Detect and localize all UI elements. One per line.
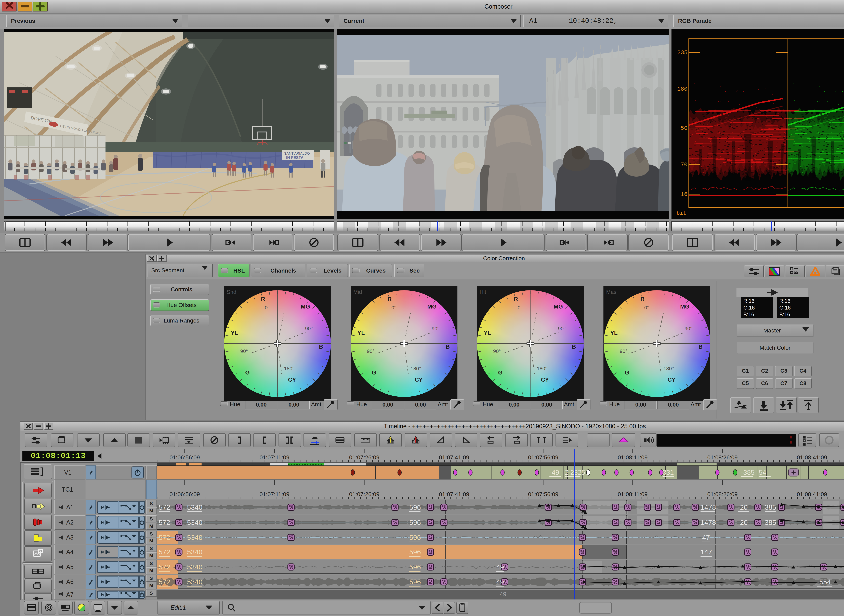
svg-text:0°: 0° [518, 305, 523, 310]
svg-text:G: G [625, 369, 629, 375]
svg-text:MG: MG [554, 303, 563, 310]
svg-text:90°: 90° [240, 348, 248, 354]
svg-text:90°: 90° [493, 348, 501, 354]
svg-text:572: 572 [159, 534, 170, 541]
svg-text:180°: 180° [411, 366, 421, 371]
svg-text:01:08:26:09: 01:08:26:09 [707, 491, 738, 497]
svg-text:572: 572 [159, 563, 170, 571]
svg-text:G: G [498, 369, 502, 375]
svg-text:-20: -20 [738, 503, 748, 511]
svg-text:01:06:56:09: 01:06:56:09 [169, 491, 200, 497]
svg-text:-385: -385 [741, 469, 754, 476]
svg-text:572: 572 [159, 519, 170, 527]
svg-text:-90°: -90° [303, 326, 313, 331]
svg-text:180°: 180° [663, 366, 674, 371]
svg-text:R: R [640, 296, 644, 302]
svg-text:01:07:56:09: 01:07:56:09 [528, 491, 558, 497]
svg-text:MG: MG [680, 303, 690, 310]
svg-text:CY: CY [668, 376, 675, 383]
svg-text:01:07:56:09: 01:07:56:09 [528, 454, 558, 461]
svg-text:YL: YL [610, 330, 618, 336]
svg-text:49: 49 [496, 563, 504, 571]
svg-text:5340: 5340 [187, 503, 203, 511]
svg-text:5340: 5340 [187, 548, 203, 556]
svg-text:01:08:41:09: 01:08:41:09 [797, 491, 827, 497]
svg-text:B: B [446, 343, 450, 350]
svg-text:180: 180 [677, 86, 687, 92]
svg-text:596: 596 [410, 503, 421, 511]
svg-text:0°: 0° [392, 305, 396, 310]
svg-text:01:07:11:09: 01:07:11:09 [260, 454, 289, 461]
svg-text:-49: -49 [549, 469, 559, 476]
svg-text:01:08:41:09: 01:08:41:09 [797, 454, 827, 461]
svg-text:0°: 0° [644, 305, 649, 310]
svg-text:0°: 0° [265, 305, 270, 310]
svg-text:5340: 5340 [187, 519, 203, 527]
svg-text:MG: MG [427, 303, 437, 310]
svg-text:70: 70 [681, 161, 687, 168]
svg-text:01:08:11:09: 01:08:11:09 [618, 491, 647, 497]
svg-text:-90°: -90° [683, 326, 692, 331]
svg-text:596: 596 [410, 534, 421, 541]
svg-text:Edit.1: Edit.1 [170, 604, 186, 611]
svg-text:235: 235 [677, 50, 687, 56]
svg-text:5340: 5340 [187, 534, 203, 541]
svg-text:-2325: -2325 [568, 469, 585, 476]
svg-text:572: 572 [159, 548, 170, 556]
svg-text:90°: 90° [619, 348, 627, 354]
svg-text:1478: 1478 [700, 503, 716, 511]
svg-text:01:07:41:09: 01:07:41:09 [439, 454, 469, 461]
svg-text:147: 147 [700, 548, 712, 556]
svg-text:54: 54 [759, 469, 766, 476]
svg-text:180°: 180° [537, 366, 547, 371]
svg-text:01:07:11:09: 01:07:11:09 [260, 491, 289, 497]
svg-text:596: 596 [410, 519, 421, 527]
svg-text:572: 572 [159, 578, 170, 586]
svg-text:MG: MG [301, 303, 310, 310]
svg-text:01:08:11:09: 01:08:11:09 [618, 454, 647, 461]
svg-text:1478: 1478 [700, 519, 716, 527]
svg-text:R: R [514, 296, 518, 302]
svg-text:YL: YL [357, 330, 365, 336]
svg-text:180°: 180° [284, 366, 294, 371]
svg-text:50: 50 [681, 125, 687, 132]
svg-text:16: 16 [681, 191, 687, 198]
svg-text:YL: YL [484, 330, 491, 336]
svg-text:385: 385 [765, 519, 776, 527]
svg-text:572: 572 [159, 503, 170, 511]
svg-text:bit: bit [677, 210, 686, 216]
svg-text:49: 49 [496, 578, 504, 586]
svg-text:47: 47 [702, 534, 710, 541]
svg-text:B: B [572, 343, 576, 350]
svg-text:YL: YL [231, 330, 238, 336]
svg-text:01:06:56:09: 01:06:56:09 [169, 454, 200, 461]
svg-text:5340: 5340 [187, 578, 203, 586]
svg-text:331: 331 [662, 469, 674, 476]
svg-text:596: 596 [410, 578, 421, 586]
svg-text:B: B [319, 343, 323, 350]
svg-text:CY: CY [288, 376, 296, 383]
svg-text:CY: CY [415, 376, 423, 383]
svg-text:R: R [388, 296, 392, 302]
svg-text:385: 385 [765, 503, 776, 511]
svg-text:596: 596 [410, 563, 421, 571]
svg-text:01:08:26:09: 01:08:26:09 [707, 454, 738, 461]
svg-text:R: R [261, 296, 265, 302]
svg-text:90°: 90° [367, 348, 374, 354]
svg-text:5340: 5340 [187, 563, 203, 571]
svg-text:G: G [245, 369, 250, 375]
svg-text:596: 596 [410, 548, 421, 556]
svg-text:01:07:26:09: 01:07:26:09 [349, 491, 379, 497]
svg-text:01:07:26:09: 01:07:26:09 [349, 454, 379, 461]
svg-text:B: B [699, 343, 703, 350]
svg-text:-90°: -90° [556, 326, 565, 331]
svg-text:G: G [372, 369, 376, 375]
svg-text:-90°: -90° [430, 326, 439, 331]
svg-text:-20: -20 [738, 519, 748, 527]
svg-text:CY: CY [541, 376, 549, 383]
svg-text:01:07:41:09: 01:07:41:09 [439, 491, 469, 497]
